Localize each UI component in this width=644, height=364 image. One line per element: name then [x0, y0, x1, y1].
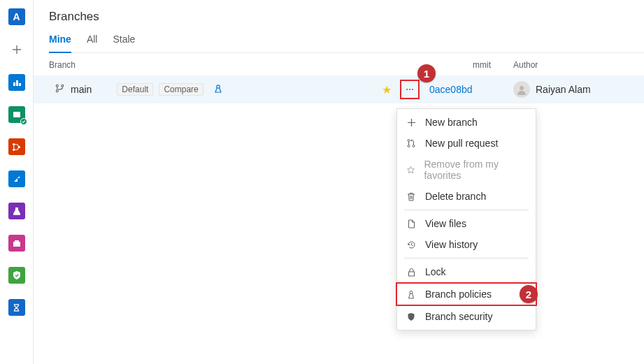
svg-point-9 [56, 85, 58, 87]
svg-point-16 [520, 86, 524, 90]
menu-new-branch[interactable]: New branch [397, 112, 536, 133]
svg-point-15 [412, 89, 413, 90]
trash-icon [406, 192, 417, 201]
default-tag: Default [117, 83, 153, 96]
svg-point-14 [409, 89, 410, 90]
svg-point-11 [62, 85, 64, 87]
menu-branch-policies[interactable]: Branch policies [396, 282, 537, 306]
svg-point-5 [13, 148, 15, 150]
page-title: Branches [49, 10, 644, 24]
col-branch: Branch [49, 60, 429, 70]
tabs: Mine All Stale [49, 34, 644, 53]
shield-icon [406, 312, 417, 321]
tab-all[interactable]: All [87, 34, 98, 52]
pull-request-icon [406, 138, 417, 148]
history-icon [406, 240, 417, 249]
policy-icon [406, 290, 417, 299]
nav-workitems-icon[interactable] [8, 106, 25, 123]
svg-point-6 [18, 145, 20, 147]
avatar-icon [513, 81, 530, 98]
menu-new-pull-request[interactable]: New pull request [397, 133, 536, 154]
author-name: Raiyan Alam [536, 84, 591, 95]
col-author: Author [513, 60, 629, 70]
menu-divider [404, 258, 529, 259]
tab-stale[interactable]: Stale [113, 34, 135, 52]
svg-rect-1 [16, 80, 18, 86]
menu-view-history[interactable]: View history [397, 234, 536, 255]
favorite-star-icon[interactable]: ★ [382, 83, 392, 96]
nav-add-icon[interactable] [8, 41, 26, 59]
commit-link[interactable]: 0ace08bd [429, 84, 513, 95]
svg-point-13 [406, 89, 408, 90]
menu-divider [404, 210, 529, 210]
svg-rect-3 [13, 112, 20, 117]
svg-rect-2 [19, 83, 21, 86]
svg-rect-0 [13, 82, 15, 86]
branch-context-menu: New branch New pull request Remove from … [396, 108, 536, 330]
file-icon [406, 219, 417, 228]
svg-point-12 [217, 85, 220, 87]
branch-icon [55, 83, 65, 96]
nav-compliance-icon[interactable] [8, 267, 25, 284]
plus-icon [406, 118, 417, 127]
star-outline-icon [406, 166, 415, 175]
svg-point-4 [13, 143, 15, 145]
menu-delete-branch[interactable]: Delete branch [397, 186, 536, 207]
callout-1: 1 [417, 64, 436, 82]
menu-branch-security[interactable]: Branch security [397, 306, 536, 327]
nav-pipelines-icon[interactable] [8, 170, 25, 187]
left-nav: A [0, 0, 34, 364]
menu-lock[interactable]: Lock [397, 261, 536, 282]
policy-badge-icon [213, 84, 223, 96]
svg-rect-8 [15, 240, 19, 242]
nav-hourglass-icon[interactable] [8, 299, 25, 316]
nav-boards-icon[interactable] [8, 74, 25, 91]
author-cell: Raiyan Alam [513, 81, 629, 98]
callout-2: 2 [520, 285, 538, 303]
col-commit: mmit [429, 60, 513, 70]
svg-rect-20 [408, 272, 414, 276]
branch-row[interactable]: main Default Compare ★ 0ace08bd Raiyan A… [34, 75, 644, 103]
svg-point-10 [56, 90, 58, 92]
svg-point-19 [413, 145, 415, 147]
lock-icon [406, 268, 417, 277]
nav-repos-icon[interactable] [8, 138, 25, 155]
nav-artifacts-icon[interactable] [8, 235, 25, 252]
table-header: Branch mmit Author [34, 53, 644, 75]
svg-point-21 [410, 291, 413, 293]
svg-point-18 [408, 145, 410, 147]
nav-testplans-icon[interactable] [8, 203, 25, 219]
svg-point-17 [408, 140, 410, 142]
branch-name[interactable]: main [71, 84, 92, 95]
tab-mine[interactable]: Mine [49, 34, 71, 53]
menu-view-files[interactable]: View files [397, 213, 536, 234]
more-actions-button[interactable] [400, 80, 420, 99]
svg-rect-7 [13, 242, 20, 247]
menu-remove-favorite[interactable]: Remove from my favorites [397, 154, 536, 186]
nav-project-icon[interactable]: A [8, 8, 25, 25]
page-header: Branches [34, 0, 644, 24]
compare-tag: Compare [159, 83, 203, 96]
